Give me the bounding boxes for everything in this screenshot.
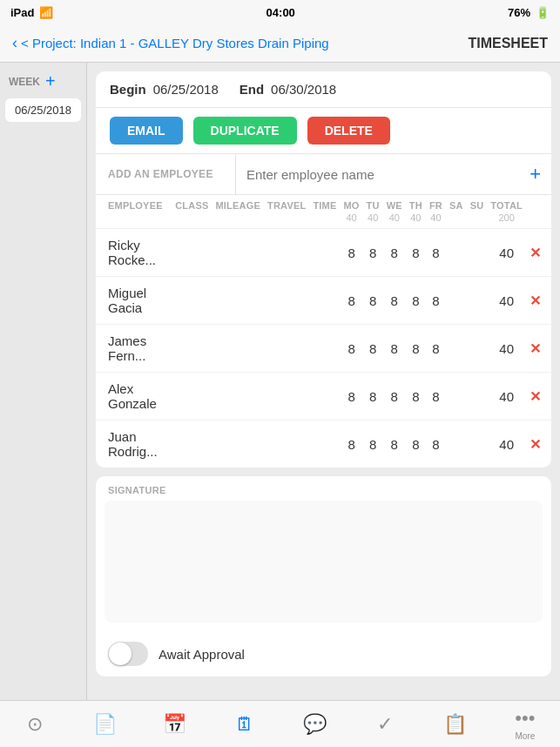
sidebar-add-week-button[interactable]: + — [45, 71, 56, 91]
employee-delete-button[interactable]: ✕ — [526, 421, 551, 468]
signature-label: SIGNATURE — [96, 476, 551, 501]
email-button[interactable]: EMAIL — [110, 117, 183, 145]
subheader-we: 40 — [383, 212, 406, 229]
status-left: iPad 📶 — [10, 6, 53, 19]
sidebar-date-item[interactable]: 06/25/2018 — [5, 98, 81, 122]
end-label: End — [240, 82, 264, 97]
employee-mileage-cell — [213, 373, 265, 421]
employee-total-cell: 40 — [487, 325, 526, 373]
table-row: Alex Gonzale 8 8 8 8 8 40 ✕ — [96, 373, 551, 421]
employee-mo-cell: 8 — [340, 421, 362, 468]
employee-time-cell — [309, 421, 340, 468]
employee-class-cell — [172, 421, 212, 468]
employee-name-input[interactable] — [246, 167, 523, 182]
end-date-group: End 06/30/2018 — [240, 82, 336, 97]
status-bar: iPad 📶 04:00 76% 🔋 — [0, 0, 560, 24]
table-row: Miguel Gacia 8 8 8 8 8 40 ✕ — [96, 277, 551, 325]
tab-messages[interactable]: 💬 — [280, 713, 350, 736]
employee-we-cell: 8 — [383, 421, 406, 468]
subheader-travel — [264, 212, 309, 229]
employee-th-cell: 8 — [406, 325, 426, 373]
employee-fr-cell: 8 — [426, 325, 446, 373]
employee-we-cell: 8 — [383, 373, 406, 421]
col-header-travel: TRAVEL — [264, 195, 309, 212]
sidebar: WEEK + 06/25/2018 — [0, 63, 87, 700]
employee-mo-cell: 8 — [340, 325, 362, 373]
tab-bar: ⊙ 📄 📅 🗓 💬 ✓ 📋 ••• More — [0, 700, 560, 747]
table-header-row: EMPLOYEE CLASS MILEAGE TRAVEL TIME MO TU… — [96, 195, 551, 212]
employee-total-cell: 40 — [487, 277, 526, 325]
tab-notes[interactable]: 📋 — [420, 713, 489, 736]
begin-label: Begin — [110, 82, 146, 97]
nav-back-button[interactable]: ‹ < Project: Indian 1 - GALLEY Dry Store… — [12, 34, 329, 52]
tab-tasks[interactable]: ✓ — [350, 713, 420, 736]
tab-timesheet[interactable]: 🗓 — [210, 713, 280, 736]
tab-calendar[interactable]: 📅 — [140, 713, 210, 736]
col-header-total: TOTAL — [487, 195, 526, 212]
battery-label: 76% — [508, 6, 530, 19]
employee-mo-cell: 8 — [340, 229, 362, 277]
employee-tu-cell: 8 — [363, 373, 383, 421]
subheader-class — [172, 212, 212, 229]
delete-button[interactable]: DELETE — [307, 117, 390, 145]
approval-toggle[interactable] — [108, 642, 148, 666]
tab-reports-icon: 📄 — [93, 713, 117, 736]
employee-total-cell: 40 — [487, 373, 526, 421]
employee-su-cell — [467, 373, 488, 421]
employee-class-cell — [172, 373, 212, 421]
employee-mileage-cell — [213, 421, 265, 468]
employee-mo-cell: 8 — [340, 373, 362, 421]
employee-th-cell: 8 — [406, 421, 426, 468]
signature-box[interactable] — [105, 501, 543, 622]
col-header-employee: EMPLOYEE — [96, 195, 172, 212]
subheader-action — [526, 212, 551, 229]
employee-delete-button[interactable]: ✕ — [526, 229, 551, 277]
employee-sa-cell — [446, 421, 467, 468]
employee-tbody: Ricky Rocke... 8 8 8 8 8 40 ✕ Miguel Gac… — [96, 229, 551, 468]
tab-more-label: More — [515, 731, 535, 741]
col-header-action — [526, 195, 551, 212]
employee-time-cell — [309, 277, 340, 325]
employee-tu-cell: 8 — [363, 325, 383, 373]
add-employee-label: ADD AN EMPLOYEE — [96, 158, 235, 191]
main-layout: WEEK + 06/25/2018 Begin 06/25/2018 End 0… — [0, 63, 560, 700]
tab-calendar-icon: 📅 — [163, 713, 186, 736]
nav-back-label: < Project: Indian 1 - GALLEY Dry Stores … — [21, 36, 329, 50]
subheader-th: 40 — [406, 212, 426, 229]
employee-fr-cell: 8 — [426, 373, 446, 421]
back-chevron-icon: ‹ — [12, 34, 17, 52]
end-date-value: 06/30/2018 — [271, 82, 336, 97]
employee-travel-cell — [264, 277, 309, 325]
tab-reports[interactable]: 📄 — [70, 713, 139, 736]
employee-delete-button[interactable]: ✕ — [526, 277, 551, 325]
add-employee-input-wrapper: + — [235, 154, 551, 194]
col-header-mileage: MILEAGE — [213, 195, 265, 212]
col-header-mo: MO — [340, 195, 362, 212]
employee-fr-cell: 8 — [426, 421, 446, 468]
tab-more-icon: ••• — [515, 707, 535, 730]
employee-travel-cell — [264, 325, 309, 373]
employee-time-cell — [309, 325, 340, 373]
device-label: iPad — [10, 6, 34, 19]
employee-fr-cell: 8 — [426, 277, 446, 325]
sidebar-week-label: WEEK — [9, 76, 40, 88]
subheader-mo: 40 — [340, 212, 362, 229]
employee-we-cell: 8 — [383, 277, 406, 325]
col-header-sa: SA — [446, 195, 467, 212]
duplicate-button[interactable]: DUPLICATE — [193, 117, 297, 145]
tab-more[interactable]: ••• More — [490, 707, 560, 741]
begin-date-value: 06/25/2018 — [153, 82, 219, 97]
approval-label: Await Approval — [159, 647, 245, 662]
employee-delete-button[interactable]: ✕ — [526, 325, 551, 373]
employee-total-cell: 40 — [487, 421, 526, 468]
tab-tasks-icon: ✓ — [377, 713, 393, 736]
add-employee-plus-button[interactable]: + — [530, 163, 541, 185]
employee-delete-button[interactable]: ✕ — [526, 373, 551, 421]
employee-tu-cell: 8 — [363, 277, 383, 325]
employee-name-cell: Juan Rodrig... — [96, 421, 172, 468]
tab-home[interactable]: ⊙ — [0, 713, 70, 736]
subheader-fr: 40 — [426, 212, 446, 229]
employee-fr-cell: 8 — [426, 229, 446, 277]
col-header-th: TH — [406, 195, 426, 212]
employee-su-cell — [467, 325, 488, 373]
